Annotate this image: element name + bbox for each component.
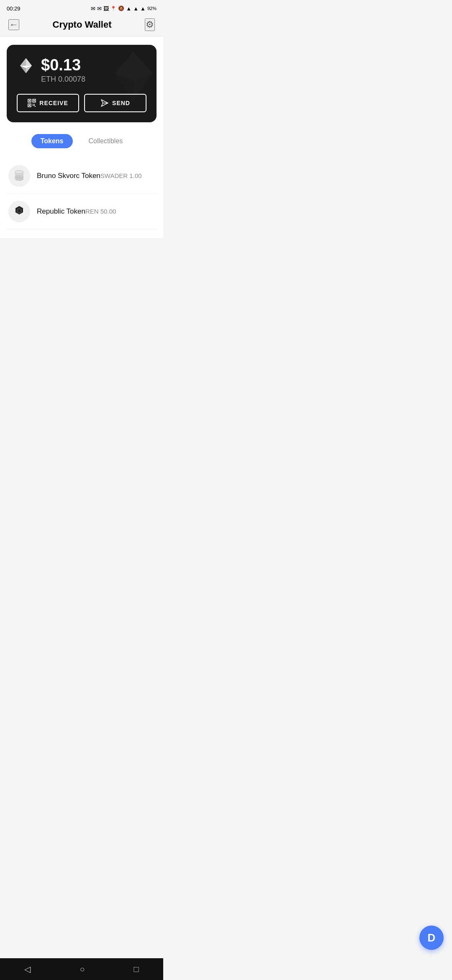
gmail-icon: ✉ xyxy=(91,5,95,12)
svg-rect-13 xyxy=(29,105,30,106)
token-icon-republic xyxy=(8,201,30,222)
svg-rect-16 xyxy=(33,105,33,106)
battery-text: 92% xyxy=(147,6,157,11)
wallet-eth-value: ETH 0.00078 xyxy=(41,75,85,84)
main-content: $0.13 ETH 0.00078 xyxy=(0,36,163,238)
token-name-republic: Republic Token xyxy=(37,207,85,216)
status-time: 00:29 xyxy=(7,5,21,12)
maps-icon: 📍 xyxy=(110,6,116,11)
svg-rect-17 xyxy=(34,105,35,106)
eth-bg-icon xyxy=(106,49,157,105)
svg-point-27 xyxy=(15,170,23,174)
svg-rect-9 xyxy=(29,100,30,101)
wallet-usd-value: $0.13 xyxy=(41,57,85,74)
republic-icon xyxy=(13,205,26,218)
svg-marker-6 xyxy=(26,58,32,66)
svg-rect-14 xyxy=(33,104,33,105)
token-icon-bruno xyxy=(8,165,30,187)
token-balance-bruno: SWADER 1.00 xyxy=(100,172,142,179)
eth-logo xyxy=(17,57,35,75)
signal-icon: ▲ xyxy=(133,5,139,12)
tabs-container: Tokens Collectibles xyxy=(7,134,157,148)
status-icons: ✉ ✉ 🖼 📍 🔕 ▲ ▲ ▲ 92% xyxy=(91,5,157,12)
receive-button[interactable]: RECEIVE xyxy=(17,94,79,112)
status-bar: 00:29 ✉ ✉ 🖼 📍 🔕 ▲ ▲ ▲ 92% xyxy=(0,0,163,15)
settings-button[interactable]: ⚙ xyxy=(145,18,155,31)
token-list: Bruno Skvorc Token SWADER 1.00 Republic … xyxy=(7,158,157,230)
qr-icon xyxy=(28,99,36,107)
svg-rect-11 xyxy=(33,100,35,101)
tab-collectibles[interactable]: Collectibles xyxy=(80,134,132,148)
receive-label: RECEIVE xyxy=(39,100,68,106)
svg-rect-15 xyxy=(34,104,35,105)
tab-tokens[interactable]: Tokens xyxy=(31,134,73,148)
photo-icon: 🖼 xyxy=(103,5,109,12)
back-button[interactable]: ← xyxy=(8,19,19,30)
token-name-bruno: Bruno Skvorc Token xyxy=(37,172,100,180)
token-balance-republic: REN 50.00 xyxy=(85,208,116,215)
coins-icon xyxy=(13,170,26,182)
signal-icon2: ▲ xyxy=(140,5,146,12)
wifi-icon: ▲ xyxy=(126,5,131,12)
gmail-icon2: ✉ xyxy=(97,5,102,12)
svg-marker-7 xyxy=(20,58,26,66)
page-title: Crypto Wallet xyxy=(53,19,112,30)
list-item[interactable]: Republic Token REN 50.00 xyxy=(7,194,157,230)
svg-rect-18 xyxy=(35,106,36,107)
top-nav: ← Crypto Wallet ⚙ xyxy=(0,15,163,36)
notification-mute-icon: 🔕 xyxy=(118,5,124,11)
wallet-card: $0.13 ETH 0.00078 xyxy=(7,45,157,122)
list-item[interactable]: Bruno Skvorc Token SWADER 1.00 xyxy=(7,158,157,194)
wallet-amounts: $0.13 ETH 0.00078 xyxy=(41,57,85,84)
